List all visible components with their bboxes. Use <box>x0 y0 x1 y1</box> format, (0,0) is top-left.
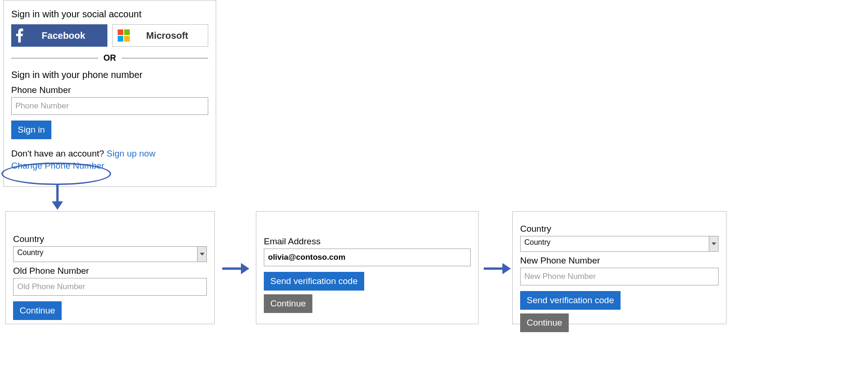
send-code-button[interactable]: Send verification code <box>520 291 621 310</box>
step2-panel: Email Address Send verification code Con… <box>256 211 479 324</box>
new-phone-input[interactable] <box>520 268 719 285</box>
facebook-button[interactable]: Facebook <box>11 24 107 47</box>
step1-panel: Country Country Old Phone Number Continu… <box>5 211 215 324</box>
send-code-button[interactable]: Send verification code <box>264 272 364 291</box>
facebook-label: Facebook <box>28 30 107 41</box>
country-label: Country <box>13 234 207 244</box>
email-label: Email Address <box>264 236 471 247</box>
signin-button[interactable]: Sign in <box>11 121 51 139</box>
phone-number-input[interactable] <box>11 97 208 115</box>
phone-number-label: Phone Number <box>11 85 208 95</box>
arrow-right-icon <box>484 262 512 276</box>
signin-footer: Don't have an account? Sign up now Chang… <box>11 148 208 171</box>
facebook-icon <box>11 28 28 43</box>
microsoft-button[interactable]: Microsoft <box>112 24 208 47</box>
new-phone-label: New Phone Number <box>520 256 719 266</box>
old-phone-input[interactable] <box>13 278 207 296</box>
step3-panel: Country Country New Phone Number Send ve… <box>512 211 727 324</box>
microsoft-icon <box>113 29 135 42</box>
social-heading: Sign in with your social account <box>11 9 208 20</box>
continue-button[interactable]: Continue <box>520 313 569 332</box>
phone-heading: Sign in with your phone number <box>11 70 208 80</box>
country-label: Country <box>520 224 719 234</box>
continue-button[interactable]: Continue <box>13 301 62 320</box>
svg-marker-1 <box>52 201 63 210</box>
change-phone-link[interactable]: Change Phone Number <box>11 161 105 171</box>
email-input[interactable] <box>264 249 471 266</box>
svg-marker-6 <box>502 263 511 274</box>
or-text: OR <box>104 53 116 63</box>
signin-panel: Sign in with your social account Faceboo… <box>3 0 216 187</box>
country-select[interactable]: Country <box>520 236 719 252</box>
country-select-value: Country <box>13 246 207 262</box>
diagram-canvas: Sign in with your social account Faceboo… <box>0 0 868 391</box>
social-buttons-row: Facebook Microsoft <box>11 24 208 47</box>
old-phone-label: Old Phone Number <box>13 266 207 276</box>
country-select-value: Country <box>520 236 719 252</box>
microsoft-label: Microsoft <box>135 30 208 41</box>
no-account-text: Don't have an account? <box>11 149 106 158</box>
or-divider: OR <box>11 53 208 63</box>
arrow-down-icon <box>50 184 64 211</box>
country-select[interactable]: Country <box>13 246 207 262</box>
signup-link[interactable]: Sign up now <box>106 149 155 158</box>
arrow-right-icon <box>222 262 250 276</box>
continue-button[interactable]: Continue <box>264 294 312 313</box>
svg-marker-4 <box>241 263 249 274</box>
